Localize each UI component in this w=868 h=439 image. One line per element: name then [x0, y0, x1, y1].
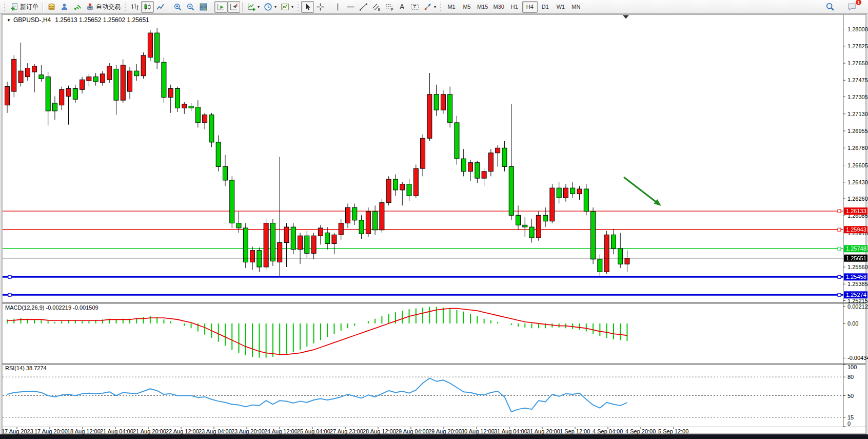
candle-body	[366, 212, 370, 234]
timeframe-H4[interactable]: H4	[522, 1, 538, 13]
svg-text:1.26260: 1.26260	[847, 196, 868, 202]
vertical-line-icon	[333, 3, 342, 11]
svg-text:31 Aug 04:00: 31 Aug 04:00	[494, 428, 527, 434]
timeframe-M5[interactable]: M5	[459, 1, 475, 13]
time-axis[interactable]: 17 Aug 202317 Aug 20:0018 Aug 12:0021 Au…	[2, 427, 688, 434]
dropdown-caret-icon[interactable]: ▾	[434, 5, 436, 9]
candle-body	[60, 89, 64, 105]
svg-text:1.28000: 1.28000	[847, 26, 868, 32]
text-label-tool-button[interactable]: T	[408, 1, 421, 13]
price-label-text: 1.25651	[846, 255, 866, 261]
line-handle[interactable]	[838, 247, 841, 250]
toolbar-grip[interactable]	[297, 3, 300, 11]
zoom-in-button[interactable]	[171, 1, 184, 13]
timeframe-MN[interactable]: MN	[568, 1, 584, 13]
trendline-tool-button[interactable]	[357, 1, 370, 13]
candle-body	[346, 207, 350, 223]
rsi-indicator-label: RSI(14) 38.7274	[5, 365, 47, 371]
channel-letter: E	[378, 7, 381, 11]
svg-text:5 Sep 12:00: 5 Sep 12:00	[658, 428, 688, 434]
signals-button[interactable]	[71, 1, 84, 13]
candle-body	[584, 189, 588, 212]
templates-button[interactable]: ▾	[279, 1, 295, 13]
search-button[interactable]	[823, 1, 837, 13]
candle-body	[352, 207, 357, 220]
candle-body	[114, 69, 119, 100]
chart-title[interactable]: ▼GBPUSD-,H41.25613 1.25652 1.25602 1.256…	[7, 16, 149, 24]
svg-text:23 Aug 04:00: 23 Aug 04:00	[199, 428, 232, 434]
equidistant-channel-icon: E	[372, 3, 381, 11]
toolbar-grip[interactable]	[440, 3, 442, 11]
svg-text:1.27305: 1.27305	[847, 94, 868, 100]
autotrading-button[interactable]: 自动交易	[84, 1, 123, 13]
cursor-tool-button[interactable]	[301, 1, 314, 13]
candle-body	[5, 87, 10, 105]
channel-tool-button[interactable]: E	[370, 1, 383, 13]
candlestick-chart-button[interactable]	[141, 1, 154, 13]
periods-button[interactable]: ▾	[262, 1, 279, 13]
svg-text:80: 80	[847, 374, 854, 380]
candle-body	[413, 168, 418, 196]
dropdown-caret-icon[interactable]: ▾	[258, 5, 260, 9]
indicators-button[interactable]: ▾	[245, 1, 262, 13]
candle-body	[66, 88, 71, 96]
timeframe-group: M1M5M15M30H1H4D1W1MN	[444, 1, 584, 13]
timeframe-M1[interactable]: M1	[444, 1, 459, 13]
svg-text:0.00: 0.00	[847, 320, 858, 327]
candle-body	[427, 94, 432, 138]
svg-text:50: 50	[847, 393, 854, 399]
timeframe-W1[interactable]: W1	[553, 1, 568, 13]
fibonacci-icon: F	[385, 3, 393, 11]
horizontal-line-tool-button[interactable]	[344, 1, 357, 13]
bottom-window-strip	[0, 434, 868, 439]
notifications-button[interactable]: 1	[845, 1, 859, 13]
crosshair-tool-button[interactable]	[314, 1, 327, 13]
chart-ohlc-quotes: 1.25613 1.25652 1.25602 1.25651	[55, 16, 149, 24]
svg-text:1.25215: 1.25215	[847, 298, 868, 304]
bar-chart-button[interactable]	[128, 1, 141, 13]
line-handle[interactable]	[8, 293, 11, 296]
timeframe-D1[interactable]: D1	[538, 1, 553, 13]
symbol-dropdown-icon[interactable]: ▼	[7, 18, 11, 23]
line-handle[interactable]	[838, 209, 841, 213]
candle-body	[209, 115, 214, 142]
candle-body	[243, 228, 248, 262]
new-order-button[interactable]: 新订单	[8, 1, 41, 13]
candle-body	[203, 115, 207, 123]
autotrading-label: 自动交易	[96, 3, 121, 11]
text-tool-button[interactable]: A	[396, 1, 408, 13]
candle-body	[155, 33, 160, 62]
community-button[interactable]	[58, 1, 71, 13]
tile-windows-button[interactable]	[197, 1, 210, 13]
market-button[interactable]	[45, 1, 58, 13]
candle-body	[73, 88, 77, 99]
toolbar-grip[interactable]	[4, 3, 6, 11]
vertical-line-tool-button[interactable]	[331, 1, 344, 13]
arrows-tool-button[interactable]: ▾	[421, 1, 438, 13]
timeframe-M30[interactable]: M30	[490, 1, 506, 13]
candle-body	[12, 59, 16, 91]
timeframe-H1[interactable]: H1	[507, 1, 522, 13]
line-handle[interactable]	[8, 275, 11, 278]
dropdown-caret-icon[interactable]: ▾	[274, 5, 277, 9]
new-order-label: 新订单	[20, 3, 38, 11]
svg-text:0.002121: 0.002121	[847, 303, 868, 310]
auto-scroll-button[interactable]	[214, 1, 227, 13]
timeframe-M15[interactable]: M15	[475, 1, 490, 13]
chart-canvas[interactable]: 1.280001.278251.276501.274751.273051.271…	[0, 0, 868, 439]
toolbar-grip[interactable]	[124, 3, 127, 11]
line-handle[interactable]	[838, 293, 841, 296]
line-handle[interactable]	[838, 275, 841, 278]
svg-text:30 Aug 12:00: 30 Aug 12:00	[461, 428, 495, 434]
candle-body	[284, 227, 289, 242]
line-chart-button[interactable]	[154, 1, 167, 13]
zoom-out-icon	[186, 3, 195, 11]
candle-body	[468, 163, 473, 171]
zoom-out-button[interactable]	[184, 1, 197, 13]
fibonacci-tool-button[interactable]: F	[383, 1, 396, 13]
chart-shift-button[interactable]	[227, 1, 240, 13]
dropdown-caret-icon[interactable]: ▾	[291, 5, 293, 9]
clock-icon	[264, 3, 272, 11]
line-handle[interactable]	[838, 228, 841, 231]
candle-body	[441, 94, 445, 110]
